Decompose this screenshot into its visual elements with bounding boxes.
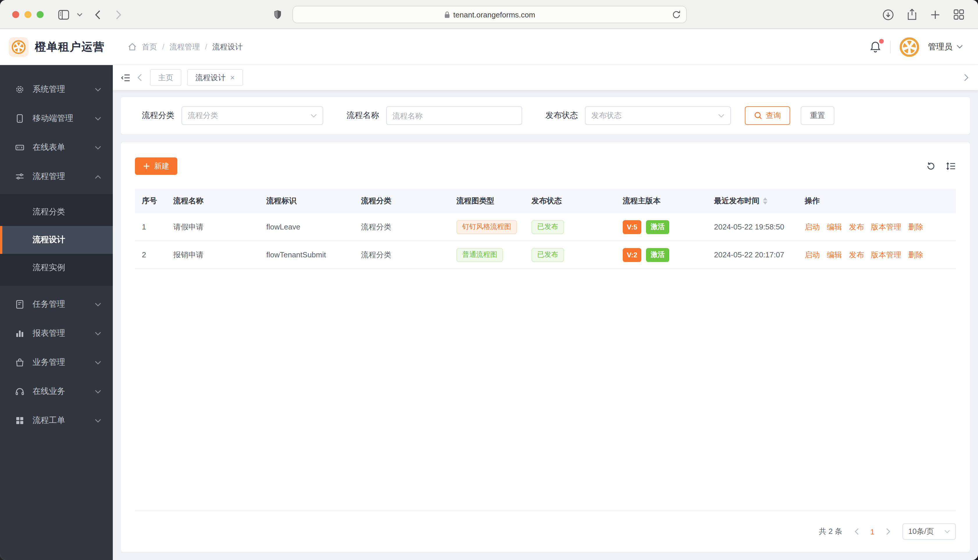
breadcrumb-home[interactable]: 首页 (142, 42, 157, 52)
filter-status-label: 发布状态 (545, 110, 578, 121)
filter-status-select[interactable]: 发布状态 (585, 106, 731, 125)
start-link[interactable]: 启动 (805, 250, 820, 260)
col-key: 流程标识 (259, 196, 354, 206)
active-badge: 激活 (646, 248, 669, 262)
avatar-orange-icon (899, 37, 919, 57)
total-count: 共 2 条 (819, 526, 843, 537)
sidebar-item-online-form[interactable]: 在线表单 (0, 136, 113, 159)
privacy-shield-button[interactable] (272, 0, 283, 29)
tab-scroll-left-button[interactable] (137, 74, 142, 81)
page-size-select[interactable]: 10条/页 (903, 523, 956, 540)
table-row: 2 报销申请 flowTenantSubmit 流程分类 普通流程图 已发布 V… (135, 241, 956, 269)
sidebar-item-report[interactable]: 报表管理 (0, 322, 113, 345)
minimize-window-button[interactable] (24, 11, 32, 18)
start-link[interactable]: 启动 (805, 222, 820, 232)
sidebar-item-flow-instance[interactable]: 流程实例 (0, 254, 113, 282)
new-tab-button[interactable] (930, 10, 940, 20)
sidebar-item-task[interactable]: 任务管理 (0, 293, 113, 316)
cell-index: 1 (135, 222, 166, 231)
chevron-left-icon (137, 74, 142, 81)
breadcrumb-flow-mgmt[interactable]: 流程管理 (169, 42, 200, 52)
sort-asc-icon[interactable] (763, 198, 767, 200)
publish-link[interactable]: 发布 (849, 222, 864, 232)
sidebar-item-flow-mgmt[interactable]: 流程管理 (0, 165, 113, 188)
tab-scroll-right-button[interactable] (964, 74, 969, 81)
filter-name-label: 流程名称 (346, 110, 379, 121)
sidebar-item-mobile[interactable]: 移动端管理 (0, 107, 113, 130)
chevron-left-icon (95, 10, 100, 20)
current-page[interactable]: 1 (871, 527, 874, 536)
traffic-lights (12, 11, 43, 18)
user-menu[interactable]: 管理员 (928, 42, 963, 52)
edit-link[interactable]: 编辑 (827, 250, 842, 260)
downloads-button[interactable] (883, 9, 894, 20)
row-density-button[interactable] (946, 162, 956, 171)
edit-link[interactable]: 编辑 (827, 222, 842, 232)
lock-icon (444, 11, 450, 18)
refresh-button[interactable] (926, 162, 936, 171)
tab-flow-design[interactable]: 流程设计 × (187, 69, 243, 86)
sidebar-item-business[interactable]: 业务管理 (0, 351, 113, 374)
chevron-right-icon (964, 74, 969, 81)
version-mgmt-link[interactable]: 版本管理 (871, 250, 901, 260)
delete-link[interactable]: 删除 (908, 222, 923, 232)
col-diagram-type: 流程图类型 (450, 196, 525, 206)
sidebar-item-flow-workorder[interactable]: 流程工单 (0, 409, 113, 432)
col-actions: 操作 (798, 196, 956, 206)
reset-button[interactable]: 重置 (801, 106, 834, 125)
address-bar[interactable]: tenant.orangeforms.com (293, 6, 687, 23)
chevron-down-icon (95, 332, 101, 335)
share-button[interactable] (907, 9, 917, 20)
avatar[interactable] (899, 37, 919, 57)
filter-name-input[interactable] (386, 106, 522, 125)
next-page-button[interactable] (886, 528, 891, 535)
sidebar-item-flow-category[interactable]: 流程分类 (0, 198, 113, 226)
sort-desc-icon[interactable] (763, 202, 767, 205)
cell-category: 流程分类 (354, 222, 450, 232)
publish-link[interactable]: 发布 (849, 250, 864, 260)
sliders-icon (15, 172, 24, 181)
cell-index: 2 (135, 250, 166, 259)
chevron-down-icon (95, 87, 101, 92)
share-icon (907, 9, 917, 20)
bag-icon (15, 358, 24, 367)
tab-home[interactable]: 主页 (150, 69, 181, 86)
grid-overview-icon (954, 9, 964, 20)
filter-category-select[interactable]: 流程分类 (181, 106, 323, 125)
prev-page-button[interactable] (854, 528, 859, 535)
version-badge: V:5 (623, 220, 641, 234)
home-icon (128, 42, 137, 51)
sidebar-item-system[interactable]: 系统管理 (0, 78, 113, 101)
orange-logo-icon (11, 39, 26, 54)
chevron-down-icon (944, 530, 950, 533)
user-name: 管理员 (928, 42, 953, 52)
reload-button[interactable] (672, 10, 681, 20)
sidebar-toggle-button[interactable] (57, 0, 70, 29)
delete-link[interactable]: 删除 (908, 250, 923, 260)
create-button[interactable]: 新建 (135, 157, 177, 175)
version-mgmt-link[interactable]: 版本管理 (871, 222, 901, 232)
zoom-window-button[interactable] (37, 11, 43, 18)
col-publish-time: 最近发布时间 (707, 196, 798, 206)
back-button[interactable] (93, 0, 102, 29)
notifications-button[interactable] (869, 40, 881, 53)
headset-icon (15, 387, 24, 396)
tab-overview-button[interactable] (954, 9, 964, 20)
form-icon (15, 143, 24, 152)
row-density-icon (946, 162, 956, 171)
col-category: 流程分类 (354, 196, 450, 206)
sidebar-item-flow-design[interactable]: 流程设计 (0, 226, 113, 254)
plus-icon (143, 163, 150, 170)
close-tab-icon[interactable]: × (230, 74, 235, 81)
sort-control[interactable] (763, 198, 767, 205)
close-window-button[interactable] (12, 11, 19, 18)
table-header-row: 序号 流程名称 流程标识 流程分类 流程图类型 发布状态 流程主版本 最近发布时… (135, 189, 956, 213)
breadcrumb: 首页 / 流程管理 / 流程设计 (128, 42, 243, 52)
tab-group-chevron-button[interactable] (75, 0, 84, 29)
mobile-icon (15, 114, 24, 123)
sidebar-item-online-business[interactable]: 在线业务 (0, 380, 113, 403)
search-button[interactable]: 查询 (745, 106, 790, 125)
collapse-menu-button[interactable] (121, 73, 130, 82)
forward-button[interactable] (114, 0, 123, 29)
reload-icon (672, 10, 681, 20)
